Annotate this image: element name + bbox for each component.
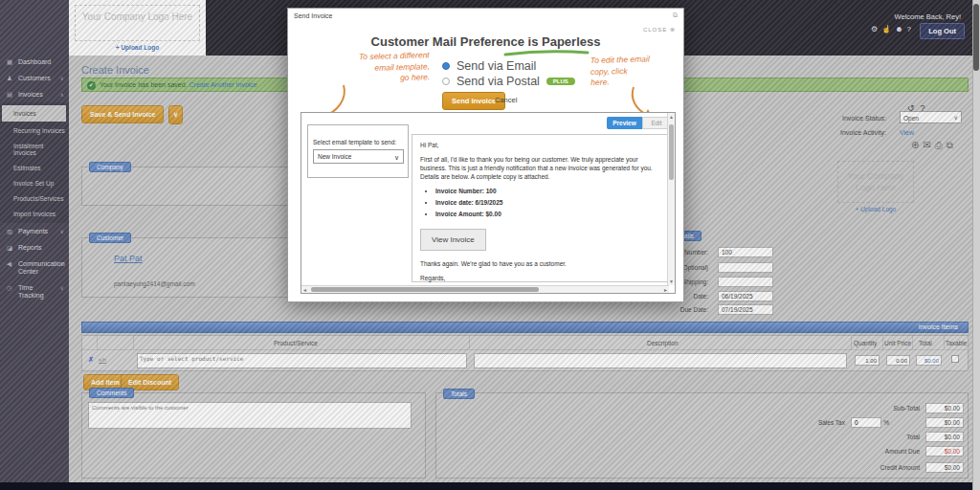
taxable-checkbox[interactable]: [951, 355, 959, 363]
email-bullet: Invoice Number: 100: [435, 187, 663, 195]
submenu-item-estimates[interactable]: Estimates: [0, 160, 69, 175]
scrollbar-thumb[interactable]: [669, 124, 674, 180]
sidebar-item-customers[interactable]: ♟ Customers ∨: [0, 70, 69, 86]
popout-icon[interactable]: ⧉: [673, 11, 678, 19]
invoice-activity-view-link[interactable]: View: [900, 129, 914, 136]
sales-tax-input[interactable]: [851, 417, 881, 428]
email-bullet-list: Invoice Number: 100 Invoice date: 6/19/2…: [435, 187, 663, 218]
date-field[interactable]: [718, 291, 773, 301]
description-input[interactable]: [474, 353, 847, 368]
send-via-postal-option[interactable]: Send via Postal PLUS: [442, 75, 575, 88]
modal-horizontal-scrollbar[interactable]: ◄ ►: [301, 285, 669, 293]
plus-badge: PLUS: [546, 78, 575, 85]
email-preview-panel: Hi Pat, First of all, I'd like to thank …: [412, 134, 672, 282]
page-title: Create Invoice: [81, 64, 149, 76]
sales-tax-value: $0.00: [925, 417, 964, 428]
sidebar-item-time-tracking[interactable]: ◷ Time Tracking ∨: [0, 279, 69, 303]
communication-icon: ◀: [7, 260, 14, 276]
total-header: Total: [919, 340, 932, 346]
due-date-field[interactable]: [718, 304, 773, 315]
invoice-logo-placeholder: Your Company Logo Here: [837, 161, 914, 203]
company-logo-placeholder: Your Company Logo Here: [75, 5, 200, 41]
sales-tax-row: Sales Tax % $0.00: [436, 417, 969, 429]
chevron-down-icon: ∨: [954, 113, 958, 123]
modal-vertical-scrollbar[interactable]: ▲ ▼: [667, 113, 675, 285]
globe-icon[interactable]: ⊕: [911, 140, 923, 150]
submenu-item-products-services[interactable]: Products/Services: [0, 190, 69, 206]
submenu-item-import-invoices[interactable]: Import Invoices: [0, 206, 69, 221]
scroll-right-icon[interactable]: ►: [663, 287, 668, 293]
totals-tag: Totals: [443, 389, 475, 399]
invoice-number-field[interactable]: [718, 247, 773, 257]
percent-sign: %: [883, 419, 889, 426]
chevron-up-icon: ∧: [60, 91, 64, 99]
sidebar-item-label: Dashboard: [18, 58, 51, 66]
create-another-invoice-link[interactable]: Create Another Invoice: [189, 81, 257, 88]
table-divider: [82, 349, 968, 350]
sidebar-item-reports[interactable]: ◪ Reports: [0, 239, 69, 256]
submenu-item-invoices[interactable]: Invoices: [2, 105, 66, 122]
radio-unselected-icon: [442, 78, 450, 85]
email-template-select[interactable]: New Invoice ∨: [313, 149, 404, 164]
envelope-icon[interactable]: ✉: [923, 140, 934, 150]
invoice-status-select[interactable]: Open ∨: [900, 111, 962, 123]
credit-amount-label: Credit Amount: [880, 464, 920, 471]
send-via-email-label: Send via Email: [457, 59, 536, 73]
payments-icon: ▥: [7, 228, 14, 235]
shipping-field[interactable]: [718, 277, 773, 287]
scrollbar-thumb[interactable]: [311, 287, 539, 292]
sidebar-item-communication-center[interactable]: ◀ Communication Center ∨: [0, 256, 69, 279]
po-number-field[interactable]: [718, 262, 773, 273]
comments-input[interactable]: [88, 402, 412, 429]
page-scrollbar-thumb[interactable]: [973, 4, 979, 71]
scroll-up-icon[interactable]: ▲: [669, 114, 674, 120]
company-tag: Company: [89, 162, 131, 172]
app-stage: ▦ Dashboard ♟ Customers ∨ ▤ Invoices ∧ I…: [0, 0, 980, 490]
user-icon[interactable]: ☻: [895, 25, 906, 33]
template-panel: Select email template to send: New Invoi…: [307, 124, 409, 178]
thumbs-up-icon[interactable]: ☝: [881, 25, 895, 33]
unit-price-input[interactable]: [886, 355, 910, 366]
sidebar-item-payments[interactable]: ▥ Payments ∨: [0, 223, 69, 239]
credit-amount-row: Credit Amount $0.00: [436, 462, 969, 474]
page-scrollbar[interactable]: [972, 0, 980, 490]
sidebar-item-dashboard[interactable]: ▦ Dashboard: [0, 54, 69, 70]
close-icon: ⊗: [670, 27, 676, 33]
devices-icon[interactable]: ⧉: [947, 140, 957, 150]
save-and-send-invoice-button[interactable]: Save & Send Invoice: [81, 105, 164, 123]
cancel-link[interactable]: Cancel: [495, 96, 517, 104]
gear-icon[interactable]: ⚙: [871, 25, 881, 33]
sub-total-row: Sub-Total $0.00: [436, 403, 969, 414]
shipping-label: Shipping:: [682, 278, 708, 285]
product-service-input[interactable]: [137, 353, 467, 368]
help-icon[interactable]: ?: [907, 25, 915, 33]
totals-section: Sub-Total $0.00 Sales Tax % $0.00 Total …: [435, 392, 969, 479]
view-invoice-button[interactable]: View Invoice: [420, 229, 486, 251]
preview-tab[interactable]: Preview: [607, 117, 642, 129]
upload-logo-link[interactable]: + Upload Logo: [69, 44, 206, 51]
email-bullet: Invoice Amount: $0.00: [435, 210, 663, 218]
invoice-items-table: Product/Service Description Quantity Uni…: [81, 335, 969, 371]
save-send-dropdown-button[interactable]: ∨: [168, 105, 183, 124]
row-total-value: [916, 355, 942, 366]
dashboard-icon: ▦: [7, 58, 14, 66]
amount-due-row: Amount Due $0.00: [436, 446, 969, 457]
submenu-item-installment-invoices[interactable]: Installment Invoices: [0, 138, 69, 160]
invoice-upload-logo-link[interactable]: + Upload Logo: [837, 206, 914, 212]
close-button[interactable]: CLOSE ⊗: [643, 26, 676, 33]
quantity-input[interactable]: [855, 355, 880, 366]
annotation-right: To edit the email copy, click here.: [590, 54, 668, 89]
detail-row: Due Date:: [69, 304, 969, 316]
printer-icon[interactable]: ⎙: [935, 140, 947, 150]
sidebar-item-invoices[interactable]: ▤ Invoices ∧: [0, 86, 69, 102]
remove-row-icon[interactable]: ✗: [88, 356, 94, 364]
submenu-item-recurring-invoices[interactable]: Recurring Invoices: [0, 122, 69, 138]
submenu-item-invoice-set-up[interactable]: Invoice Set Up: [0, 175, 69, 190]
logout-button[interactable]: Log Out: [920, 23, 965, 39]
column-divider: [912, 336, 913, 349]
scroll-left-icon[interactable]: ◄: [302, 287, 307, 293]
shipping-handling-link[interactable]: s/h: [99, 357, 106, 363]
scroll-down-icon[interactable]: ▼: [669, 278, 674, 284]
send-via-email-option[interactable]: Send via Email: [442, 59, 536, 73]
email-signature: Regards,: [420, 274, 663, 282]
